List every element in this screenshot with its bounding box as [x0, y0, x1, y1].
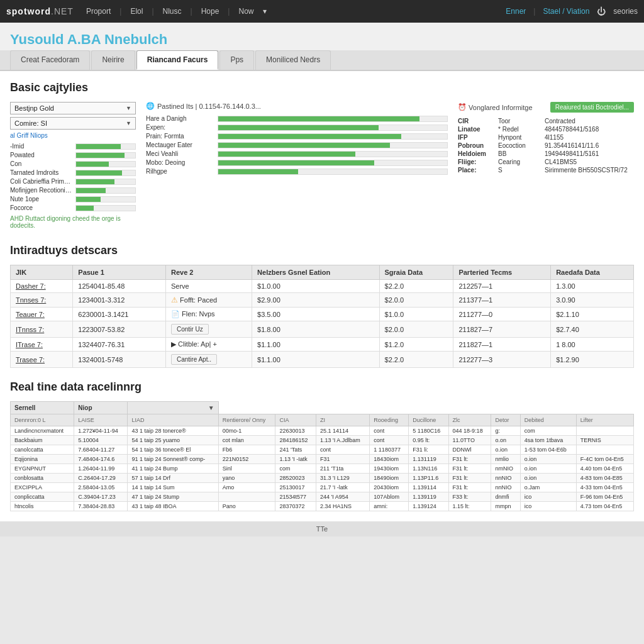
dropdown-bestjnp[interactable]: Bestjnp Gold ▼: [10, 102, 136, 114]
col4-cell: $2.2.0: [379, 280, 453, 293]
bar-track: [218, 160, 448, 166]
left-bar-list: -Imid Powated Con Tarnated Imdroits Coli…: [10, 143, 136, 211]
basic-cap-grid: Bestjnp Gold ▼ Comire: SI ▼ al Griff Nli…: [10, 102, 634, 229]
dropdown-comire[interactable]: Comire: SI ▼: [10, 117, 136, 130]
rt-cell-1: 2.58404-13.05: [74, 483, 128, 492]
realtime-table-body: Landincncnxmatont1.272¥04-11-9443 1 taip…: [11, 426, 634, 511]
tab-neirire[interactable]: Neirire: [91, 50, 135, 70]
bar-label: Powated: [10, 152, 73, 158]
rp-action-button[interactable]: Reaiured tasti Boctrodiel...: [550, 102, 634, 113]
rt-data-header: ZI: [316, 414, 369, 426]
mid-bar-list: Hare a Danigh Expen: Prain: Formta Mecta…: [146, 115, 448, 175]
industry-table-body: Dasher 7:1254041-85.48Serve$1.0.00$2.2.0…: [11, 280, 634, 368]
realtime-row: EXCIPPLA2.58404-13.0514 1 taip 14 SumAmo…: [11, 483, 634, 492]
rt-cell-0: Backbaium: [11, 436, 74, 445]
rt-cell-4: 284186152: [275, 436, 316, 445]
rt-cell-4: 21534t577: [275, 492, 316, 502]
bar-track: [218, 142, 448, 148]
col6-cell: $2.7.40: [551, 321, 634, 338]
chevron-down-icon[interactable]: ▼: [208, 404, 214, 411]
table-row: ITnnss 7:1223007-53.82Contir Uz$1.8.00$2…: [11, 321, 634, 338]
rt-cell-0: htncolis: [11, 502, 74, 511]
col5-cell: 211277—0: [453, 308, 551, 321]
col5-cell: 211377—1: [453, 293, 551, 308]
contir-button[interactable]: Contir Uz: [171, 324, 209, 335]
cantire-button[interactable]: Cantire Apt..: [171, 354, 217, 365]
rt-cell-0: conpliccatta: [11, 492, 74, 502]
industry-section: Intiradtuys detscars JIKPasue 1Reve 2Nel…: [10, 244, 634, 368]
nav-search[interactable]: seories: [613, 7, 638, 16]
jik-cell[interactable]: Dasher 7:: [11, 280, 73, 293]
rt-cell-1: 1.26404-11.99: [74, 464, 128, 474]
bar-track: [75, 161, 136, 167]
nav-elol[interactable]: Elol: [130, 7, 143, 16]
rt-cell-3: 00mo-1: [218, 426, 275, 436]
rt-cell-3: Amo: [218, 483, 275, 492]
nav-hope[interactable]: Hope: [201, 7, 219, 16]
bar-track: [75, 143, 136, 150]
bar-label: Coli Cabrieffia Primane: [10, 178, 73, 185]
rt-cell-2: 91 1 taip 24 Sonnest® comp-: [128, 455, 218, 464]
tab-creat-facedoram[interactable]: Creat Facedoram: [10, 50, 90, 70]
col3-cell: $2.9.00: [252, 293, 379, 308]
realtime-row: conblosattaC.26404-17.2957 1 taip 14 Drf…: [11, 474, 634, 483]
rt-cell-11: 4-33 tom 04-En5: [576, 483, 633, 492]
realtime-row: conpliccattaC.39404-17.2347 1 taip 24 St…: [11, 492, 634, 502]
bar-label: Focorce: [10, 204, 73, 211]
rt-cell-10: 4sa tom 1tbava: [520, 436, 576, 445]
power-icon[interactable]: ⏻: [597, 6, 606, 16]
rt-cell-3: Sinl: [218, 464, 275, 474]
bar-track: [218, 169, 448, 175]
jik-cell[interactable]: Trasee 7:: [11, 352, 73, 368]
jik-cell[interactable]: Tnnses 7:: [11, 293, 73, 308]
rt-cell-1: 7.38404-28.83: [74, 502, 128, 511]
table-header-cell: Raedafa Data: [551, 265, 634, 280]
rt-cell-5: F31: [316, 455, 369, 464]
bar-item: Mofinjgen Recotionings: [10, 187, 136, 194]
table-header-row: JIKPasue 1Reve 2Nelzbers Gsnel EationSgr…: [11, 265, 634, 280]
rt-cell-0: EYGNPNUT: [11, 464, 74, 474]
tab-moniliced-nedrs[interactable]: Moniliced Nedrs: [255, 50, 331, 70]
tab-pps[interactable]: Pps: [219, 50, 254, 70]
bar-fill: [76, 153, 125, 158]
bar-item: Powated: [10, 152, 136, 158]
nav-divider: |: [533, 7, 535, 16]
jik-cell[interactable]: Teauer 7:: [11, 308, 73, 321]
rt-cell-0: conblosatta: [11, 474, 74, 483]
nav-nlusc[interactable]: Nlusc: [163, 7, 182, 16]
bar-label: -Imid: [10, 143, 73, 150]
info-value: 91.354416141/11.6: [545, 142, 634, 149]
nav-proport[interactable]: Proport: [86, 7, 111, 16]
rt-cell-5: 211 'T1ta: [316, 464, 369, 474]
bar-track: [75, 170, 136, 176]
rt-cell-7: 0.95 lt:: [409, 436, 448, 445]
rt-cell-9: mmpn: [491, 502, 520, 511]
info-key2: Cearing: [498, 158, 542, 165]
rt-cell-4: 25130017: [275, 483, 316, 492]
tab-riancand-facurs[interactable]: Riancand Facurs: [136, 50, 219, 70]
info-key1: Heldoiem: [458, 150, 496, 157]
nav-enner[interactable]: Enner: [506, 7, 526, 16]
bar-item: Tarnated Imdroits: [10, 169, 136, 176]
table-header-cell: Reve 2: [165, 265, 252, 280]
info-key1: Place:: [458, 167, 496, 174]
nav-now[interactable]: Now: [238, 7, 253, 16]
reve-cell: Serve: [165, 280, 252, 293]
rt-data-header: Rentierore/ Onny: [218, 414, 275, 426]
rt-cell-5: cont: [316, 445, 369, 455]
col5-cell: 212257—1: [453, 280, 551, 293]
jik-cell[interactable]: ITnnss 7:: [11, 321, 73, 338]
bar-item: Con: [10, 160, 136, 167]
col4-cell: $1.2.0: [379, 338, 453, 352]
rt-cell-6: 18430iom: [370, 455, 409, 464]
nav-stael[interactable]: Stael / Viation: [543, 7, 589, 16]
info-key2: * Redel: [498, 126, 542, 133]
table-row: Tnnses 7:1234001-3.312⚠ Fofft: Paced$2.9…: [11, 293, 634, 308]
footer: TTe: [0, 521, 644, 536]
bar-label: Meci Veahli: [146, 150, 215, 157]
rt-cell-2: 47 1 taip 24 Stump: [128, 492, 218, 502]
bar-label: Rilhgpe: [146, 168, 215, 175]
jik-cell[interactable]: ITrase 7:: [11, 338, 73, 352]
nav-dropdown[interactable]: ▾: [263, 7, 267, 16]
griff-link[interactable]: al Griff Nliops: [10, 132, 136, 139]
